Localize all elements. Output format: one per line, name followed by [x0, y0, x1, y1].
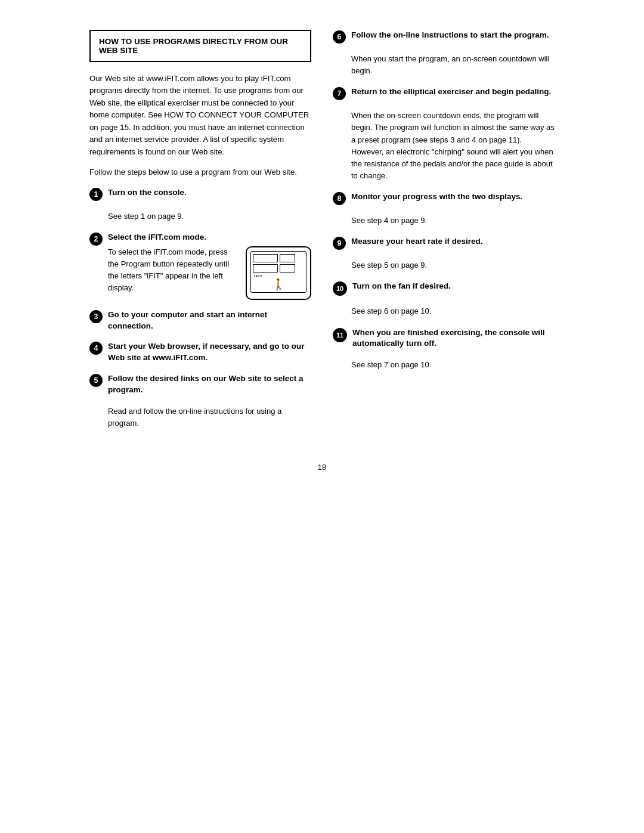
- step-8-content: Monitor your progress with the two displ…: [351, 191, 555, 203]
- step-1-number: 1: [89, 188, 103, 201]
- left-column: HOW TO USE PROGRAMS DIRECTLY FROM OUR WE…: [89, 30, 311, 439]
- step-3-number: 3: [89, 310, 103, 323]
- step-10-title: Turn on the fan if desired.: [352, 281, 451, 290]
- step-6-content: Follow the on-line instructions to start…: [351, 30, 555, 41]
- console-diagram: iFIT 🚶: [246, 246, 311, 300]
- step-9-block: 9 Measure your heart rate if desired.: [333, 236, 555, 250]
- step-3-block: 3 Go to your computer and start an inter…: [89, 309, 311, 332]
- step-11-block: 11 When you are finished exercising, the…: [333, 327, 555, 350]
- step-9-title: Measure your heart rate if desired.: [351, 237, 483, 246]
- step-6-sub: When you start the program, an on-screen…: [351, 53, 555, 77]
- step-1-block: 1 Turn on the console.: [89, 187, 311, 201]
- step-6-title: Follow the on-line instructions to start…: [351, 30, 549, 39]
- step-8-title: Monitor your progress with the two displ…: [351, 192, 522, 201]
- step-8-sub: See step 4 on page 9.: [351, 215, 555, 227]
- step-4-number: 4: [89, 342, 103, 355]
- step-5-block: 5 Follow the desired links on our Web si…: [89, 373, 311, 396]
- step-11-content: When you are finished exercising, the co…: [352, 327, 555, 350]
- page: HOW TO USE PROGRAMS DIRECTLY FROM OUR WE…: [54, 0, 590, 833]
- right-column: 6 Follow the on-line instructions to sta…: [333, 30, 555, 439]
- intro-paragraph-2: Follow the steps below to use a program …: [89, 166, 311, 178]
- step-5-title: Follow the desired links on our Web site…: [108, 374, 304, 394]
- step-7-block: 7 Return to the elliptical exerciser and…: [333, 86, 555, 100]
- step-4-title: Start your Web browser, if necessary, an…: [108, 342, 305, 362]
- page-number: 18: [89, 463, 555, 472]
- step-6-number: 6: [333, 30, 346, 44]
- step-7-sub: When the on-screen countdown ends, the p…: [351, 110, 555, 182]
- step-9-number: 9: [333, 237, 346, 250]
- step-2-title: Select the iFIT.com mode.: [108, 233, 206, 241]
- step-9-content: Measure your heart rate if desired.: [351, 236, 555, 247]
- step-2-content: Select the iFIT.com mode. To select the …: [108, 232, 311, 300]
- step-2-text: To select the iFIT.com mode, press the P…: [108, 246, 237, 295]
- step-4-block: 4 Start your Web browser, if necessary, …: [89, 341, 311, 364]
- intro-paragraph-1: Our Web site at www.iFIT.com allows you …: [89, 73, 311, 158]
- step-7-content: Return to the elliptical exerciser and b…: [351, 86, 555, 98]
- step-2-block: 2 Select the iFIT.com mode. To select th…: [89, 232, 311, 300]
- step-3-title: Go to your computer and start an interne…: [108, 310, 267, 330]
- step-11-title: When you are finished exercising, the co…: [352, 328, 545, 348]
- step-11-sub: See step 7 on page 10.: [351, 359, 555, 371]
- step-4-content: Start your Web browser, if necessary, an…: [108, 341, 311, 364]
- step-5-sub: Read and follow the on-line instructions…: [108, 405, 311, 429]
- step-3-content: Go to your computer and start an interne…: [108, 309, 311, 332]
- step-6-block: 6 Follow the on-line instructions to sta…: [333, 30, 555, 44]
- step-2-number: 2: [89, 233, 103, 246]
- step-11-number: 11: [333, 328, 347, 342]
- step-10-sub: See step 6 on page 10.: [351, 305, 555, 317]
- step-10-content: Turn on the fan if desired.: [352, 281, 555, 292]
- step-1-sub: See step 1 on page 9.: [108, 210, 311, 222]
- step-8-block: 8 Monitor your progress with the two dis…: [333, 191, 555, 205]
- step-10-block: 10 Turn on the fan if desired.: [333, 281, 555, 296]
- step-5-content: Follow the desired links on our Web site…: [108, 373, 311, 396]
- step-7-number: 7: [333, 87, 346, 100]
- section-header: HOW TO USE PROGRAMS DIRECTLY FROM OUR WE…: [89, 30, 311, 62]
- step-8-number: 8: [333, 192, 346, 205]
- step-7-title: Return to the elliptical exerciser and b…: [351, 87, 551, 96]
- step-9-sub: See step 5 on page 9.: [351, 259, 555, 271]
- step-1-content: Turn on the console.: [108, 187, 311, 199]
- step-5-number: 5: [89, 374, 103, 387]
- step-10-number: 10: [333, 281, 347, 296]
- step-1-title: Turn on the console.: [108, 188, 187, 197]
